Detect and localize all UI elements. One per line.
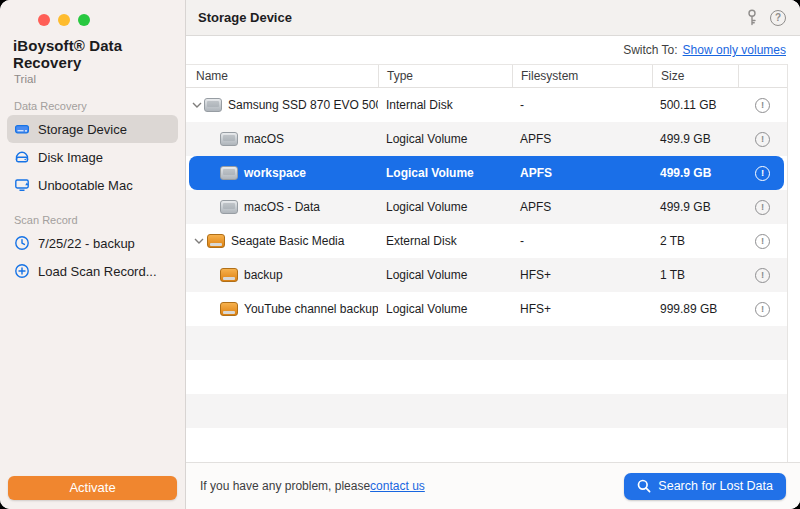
device-filesystem: APFS <box>512 132 652 146</box>
external-disk-icon <box>207 234 225 248</box>
device-type: Internal Disk <box>378 98 512 112</box>
app-window: iBoysoft® Data Recovery Trial Data Recov… <box>0 0 800 509</box>
table-row-backup[interactable]: backup Logical Volume HFS+ 1 TB ! <box>186 258 787 292</box>
license-label: Trial <box>14 73 185 85</box>
empty-row <box>186 394 787 428</box>
device-type: Logical Volume <box>378 200 512 214</box>
table-row-youtube-backup[interactable]: YouTube channel backup Logical Volume HF… <box>186 292 787 326</box>
table-row-macos-data[interactable]: macOS - Data Logical Volume APFS 499.9 G… <box>186 190 787 224</box>
sidebar: iBoysoft® Data Recovery Trial Data Recov… <box>0 0 186 509</box>
device-size: 1 TB <box>652 268 738 282</box>
volume-icon <box>220 268 238 282</box>
mac-warning-icon <box>14 177 30 193</box>
volume-icon <box>220 166 238 180</box>
switch-toolbar: Switch To: Show only volumes <box>186 36 800 64</box>
device-filesystem: APFS <box>512 200 652 214</box>
clock-icon <box>14 235 30 251</box>
device-size: 500.11 GB <box>652 98 738 112</box>
device-name: workspace <box>244 166 306 180</box>
footer-bar: If you have any problem, please contact … <box>186 462 800 509</box>
device-name: backup <box>244 268 283 282</box>
search-button-label: Search for Lost Data <box>658 479 773 493</box>
search-for-lost-data-button[interactable]: Search for Lost Data <box>624 473 786 500</box>
device-filesystem: HFS+ <box>512 268 652 282</box>
device-name: macOS <box>244 132 284 146</box>
table-header: Name Type Filesystem Size <box>186 64 787 88</box>
device-type: Logical Volume <box>378 166 512 180</box>
disk-image-icon <box>14 149 30 165</box>
footer-message: If you have any problem, please <box>200 479 370 493</box>
help-icon[interactable]: ? <box>770 10 786 26</box>
device-size: 999.89 GB <box>652 302 738 316</box>
device-name: macOS - Data <box>244 200 320 214</box>
activate-button[interactable]: Activate <box>8 476 177 500</box>
info-icon[interactable]: ! <box>755 200 770 215</box>
app-title: iBoysoft® Data Recovery <box>13 37 185 71</box>
sidebar-item-storage-device[interactable]: Storage Device <box>7 115 178 143</box>
volume-icon <box>220 200 238 214</box>
device-name: Samsung SSD 870 EVO 500GB... <box>228 98 378 112</box>
zoom-button[interactable] <box>78 14 90 26</box>
device-table: Name Type Filesystem Size Samsung SSD 87… <box>186 64 788 462</box>
column-header-type[interactable]: Type <box>378 65 512 87</box>
table-row-workspace[interactable]: workspace Logical Volume APFS 499.9 GB ! <box>186 156 787 190</box>
chevron-down-icon[interactable] <box>192 102 202 108</box>
empty-row <box>186 360 787 394</box>
volume-icon <box>220 132 238 146</box>
info-icon[interactable]: ! <box>755 268 770 283</box>
sidebar-item-label: Storage Device <box>38 122 127 137</box>
show-only-volumes-link[interactable]: Show only volumes <box>683 43 786 57</box>
sidebar-item-scan-backup[interactable]: 7/25/22 - backup <box>7 229 178 257</box>
empty-row <box>186 428 787 462</box>
main-panel: Storage Device ? Switch To: Show only vo… <box>186 0 800 509</box>
device-size: 499.9 GB <box>652 166 738 180</box>
table-row-seagate[interactable]: Seagate Basic Media External Disk - 2 TB… <box>186 224 787 258</box>
key-icon[interactable] <box>746 9 758 27</box>
sidebar-item-load-scan-record[interactable]: Load Scan Record... <box>7 257 178 285</box>
sidebar-item-label: Disk Image <box>38 150 103 165</box>
chevron-down-icon[interactable] <box>192 238 205 244</box>
info-icon[interactable]: ! <box>755 302 770 317</box>
title-bar: Storage Device ? <box>186 0 800 36</box>
close-button[interactable] <box>38 14 50 26</box>
section-label-scan-record: Scan Record <box>14 214 185 226</box>
plus-circle-icon <box>14 263 30 279</box>
sidebar-item-label: 7/25/22 - backup <box>38 236 135 251</box>
section-label-data-recovery: Data Recovery <box>14 100 185 112</box>
device-type: Logical Volume <box>378 268 512 282</box>
device-name: Seagate Basic Media <box>231 234 344 248</box>
column-header-size[interactable]: Size <box>652 65 738 87</box>
device-name: YouTube channel backup <box>244 302 378 316</box>
table-row-samsung-ssd[interactable]: Samsung SSD 870 EVO 500GB... Internal Di… <box>186 88 787 122</box>
info-icon[interactable]: ! <box>755 166 770 181</box>
internal-disk-icon <box>204 98 222 112</box>
sidebar-item-disk-image[interactable]: Disk Image <box>7 143 178 171</box>
info-icon[interactable]: ! <box>755 234 770 249</box>
volume-icon <box>220 302 238 316</box>
device-filesystem: APFS <box>512 166 652 180</box>
device-filesystem: - <box>512 98 652 112</box>
minimize-button[interactable] <box>58 14 70 26</box>
device-type: External Disk <box>378 234 512 248</box>
sidebar-item-label: Load Scan Record... <box>38 264 157 279</box>
table-row-macos[interactable]: macOS Logical Volume APFS 499.9 GB ! <box>186 122 787 156</box>
device-size: 499.9 GB <box>652 132 738 146</box>
column-header-info <box>738 65 787 87</box>
device-filesystem: - <box>512 234 652 248</box>
info-icon[interactable]: ! <box>755 132 770 147</box>
drive-icon <box>14 121 30 137</box>
device-size: 2 TB <box>652 234 738 248</box>
device-size: 499.9 GB <box>652 200 738 214</box>
empty-row <box>186 326 787 360</box>
switch-to-label: Switch To: <box>623 43 677 57</box>
traffic-lights <box>0 0 185 26</box>
device-type: Logical Volume <box>378 132 512 146</box>
search-icon <box>637 479 651 493</box>
contact-us-link[interactable]: contact us <box>370 479 425 493</box>
info-icon[interactable]: ! <box>755 98 770 113</box>
device-filesystem: HFS+ <box>512 302 652 316</box>
sidebar-item-unbootable-mac[interactable]: Unbootable Mac <box>7 171 178 199</box>
sidebar-item-label: Unbootable Mac <box>38 178 133 193</box>
column-header-name[interactable]: Name <box>186 65 378 87</box>
column-header-filesystem[interactable]: Filesystem <box>512 65 652 87</box>
